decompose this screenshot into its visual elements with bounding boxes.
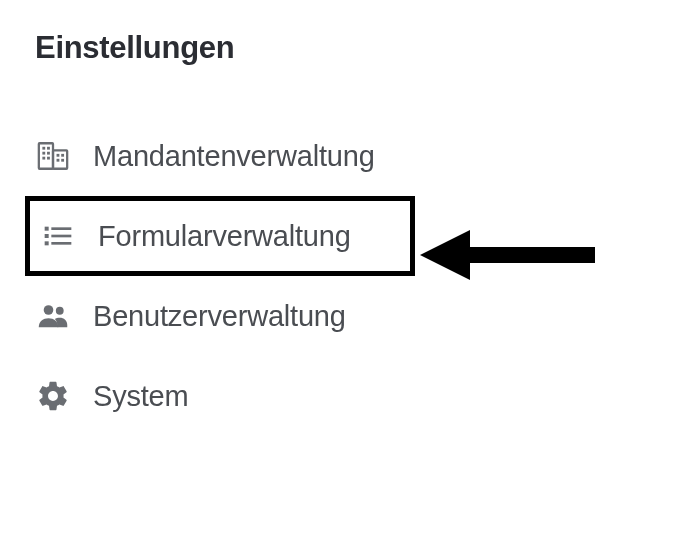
svg-rect-12 — [45, 227, 49, 231]
svg-rect-9 — [61, 154, 64, 157]
svg-rect-3 — [47, 147, 50, 150]
svg-rect-13 — [51, 227, 71, 230]
menu-item-label: Mandantenverwaltung — [93, 140, 375, 173]
building-icon — [35, 138, 71, 174]
svg-rect-0 — [39, 143, 53, 169]
menu-item-system[interactable]: System — [35, 356, 646, 436]
svg-rect-5 — [47, 152, 50, 155]
menu-item-mandantenverwaltung[interactable]: Mandantenverwaltung — [35, 116, 646, 196]
svg-rect-16 — [45, 241, 49, 245]
svg-rect-15 — [51, 235, 71, 238]
svg-rect-6 — [42, 157, 45, 160]
menu-item-benutzerverwaltung[interactable]: Benutzerverwaltung — [35, 276, 646, 356]
svg-rect-11 — [61, 159, 64, 162]
svg-point-19 — [56, 307, 64, 315]
svg-point-18 — [44, 305, 54, 315]
svg-rect-7 — [47, 157, 50, 160]
svg-rect-17 — [51, 242, 71, 245]
list-icon — [40, 218, 76, 254]
annotation-arrow — [420, 225, 595, 285]
menu-item-formularverwaltung[interactable]: Formularverwaltung — [25, 196, 415, 276]
svg-rect-2 — [42, 147, 45, 150]
svg-rect-1 — [53, 150, 67, 168]
svg-rect-8 — [57, 154, 60, 157]
menu-item-label: Formularverwaltung — [98, 220, 351, 253]
svg-rect-4 — [42, 152, 45, 155]
menu-item-label: Benutzerverwaltung — [93, 300, 346, 333]
gear-icon — [35, 378, 71, 414]
page-title: Einstellungen — [35, 30, 646, 66]
menu-item-label: System — [93, 380, 189, 413]
svg-rect-10 — [57, 159, 60, 162]
svg-marker-20 — [420, 230, 595, 280]
users-icon — [35, 298, 71, 334]
svg-rect-14 — [45, 234, 49, 238]
